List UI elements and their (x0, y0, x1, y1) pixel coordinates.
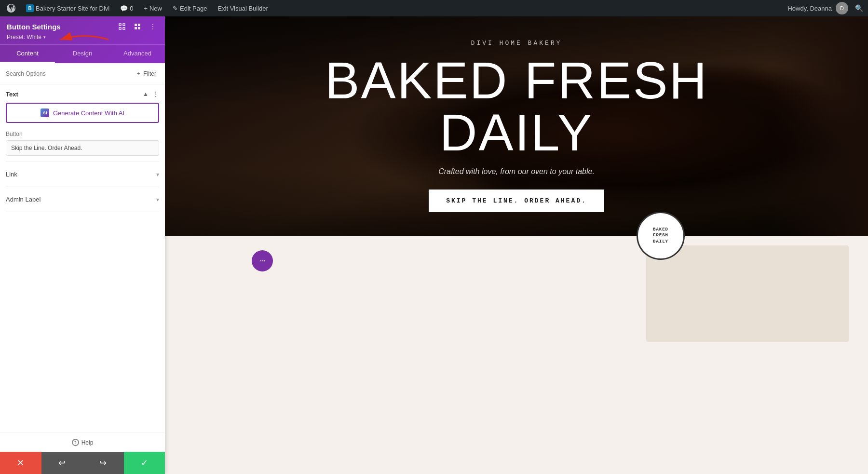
ai-icon: AI (41, 108, 49, 117)
help-link[interactable]: ? Help (6, 439, 159, 446)
divider-1 (6, 162, 159, 162)
edit-icon: ✎ (173, 5, 178, 12)
hero-subtitle: Crafted with love, from our oven to your… (325, 167, 708, 176)
edit-page-label: Edit Page (180, 5, 207, 12)
svg-rect-6 (138, 24, 140, 26)
tab-design[interactable]: Design (55, 45, 110, 63)
search-input[interactable] (6, 70, 129, 77)
purple-action-button[interactable]: ··· (252, 250, 273, 271)
preset-caret-icon: ▾ (43, 35, 46, 40)
exit-vb-link[interactable]: Exit Visual Builder (214, 0, 272, 16)
preset-label: Preset: White (7, 34, 41, 41)
button-field-label: Button (6, 131, 159, 137)
cancel-button[interactable]: ✕ (0, 452, 41, 474)
preset-selector[interactable]: Preset: White ▾ (7, 34, 158, 41)
wordpress-logo[interactable] (5, 2, 17, 14)
redo-button[interactable]: ↪ (82, 452, 124, 474)
panel-content: Text ▲ ⋮ AI Generate Content With AI But… (0, 84, 165, 433)
text-section-menu-icon[interactable]: ⋮ (152, 90, 159, 98)
hero-title-line1: BAKED FRESH (325, 54, 708, 107)
undo-icon: ↩ (58, 458, 66, 468)
save-icon: ✓ (141, 458, 148, 468)
new-item-link[interactable]: + New (140, 0, 166, 16)
text-section-controls: ▲ ⋮ (143, 90, 159, 98)
tab-content[interactable]: Content (0, 45, 55, 63)
panel-header: Button Settings (0, 16, 165, 44)
link-section-header[interactable]: Link ▾ (6, 168, 159, 181)
help-circle-icon: ? (72, 439, 79, 446)
link-section-title: Link (6, 171, 17, 178)
hero-section: DIVI HOME BAKERY BAKED FRESH DAILY Craft… (165, 16, 868, 236)
focus-mode-icon[interactable] (117, 21, 127, 32)
search-icon[interactable]: 🔍 (855, 4, 863, 12)
text-section-header: Text ▲ ⋮ (6, 90, 159, 98)
ai-generate-button[interactable]: AI Generate Content With AI (6, 103, 159, 123)
help-label: Help (81, 439, 94, 446)
hero-cta-label: SKIP THE LINE. ORDER AHEAD. (446, 197, 587, 204)
hero-title-line2: DAILY (325, 107, 708, 159)
tab-advanced[interactable]: Advanced (110, 45, 165, 63)
site-name-link[interactable]: B Bakery Starter Site for Divi (22, 0, 113, 16)
edit-page-link[interactable]: ✎ Edit Page (169, 0, 211, 16)
undo-button[interactable]: ↩ (41, 452, 83, 474)
plus-icon: + (144, 5, 148, 12)
svg-rect-5 (135, 24, 137, 26)
button-section: Button (6, 131, 159, 156)
button-text-input[interactable] (6, 140, 159, 156)
comments-count: 0 (130, 5, 133, 12)
text-section: Text ▲ ⋮ AI Generate Content With AI (6, 90, 159, 123)
cancel-icon: ✕ (17, 458, 24, 468)
exit-vb-label: Exit Visual Builder (217, 5, 268, 12)
admin-label-chevron-icon: ▾ (156, 196, 159, 203)
svg-rect-4 (123, 27, 125, 29)
ai-generate-label: Generate Content With AI (53, 109, 124, 117)
search-bar: ＋ Filter (0, 63, 165, 84)
link-chevron-icon: ▾ (156, 171, 159, 178)
bottom-toolbar: ✕ ↩ ↪ ✓ (0, 452, 165, 474)
wp-admin-bar: B Bakery Starter Site for Divi 💬 0 + New… (0, 0, 868, 16)
panel-title: Button Settings (7, 23, 61, 31)
admin-label-header[interactable]: Admin Label ▾ (6, 193, 159, 206)
panel-header-icons: ⋮ (117, 21, 158, 32)
save-button[interactable]: ✓ (124, 452, 165, 474)
svg-rect-1 (119, 24, 121, 26)
text-section-title: Text (6, 91, 18, 98)
hero-title: BAKED FRESH DAILY (325, 54, 708, 159)
redo-icon: ↪ (99, 458, 107, 468)
hero-site-name: DIVI HOME BAKERY (325, 40, 708, 47)
below-hero-section: BAKED FRESH DAILY ··· (165, 236, 868, 474)
stamp-text: BAKED FRESH DAILY (653, 227, 668, 245)
three-dots-icon: ··· (259, 256, 265, 266)
admin-label-title: Admin Label (6, 196, 41, 203)
new-label: New (149, 5, 162, 12)
grid-view-icon[interactable] (132, 21, 143, 32)
user-avatar[interactable]: D (836, 2, 848, 14)
panel-tabs: Content Design Advanced (0, 44, 165, 63)
filter-label: Filter (143, 70, 156, 77)
comment-bubble-icon: 💬 (120, 5, 128, 12)
svg-rect-8 (138, 27, 140, 29)
link-section: Link ▾ (6, 168, 159, 187)
site-favicon: B (26, 4, 34, 12)
site-name-text: Bakery Starter Site for Divi (36, 5, 109, 12)
more-options-icon[interactable]: ⋮ (148, 21, 158, 32)
content-card (646, 245, 849, 342)
comments-link[interactable]: 💬 0 (116, 0, 137, 16)
filter-button[interactable]: ＋ Filter (133, 68, 159, 79)
left-panel: Button Settings (0, 16, 165, 474)
svg-rect-7 (135, 27, 137, 29)
website-preview: DIVI HOME BAKERY BAKED FRESH DAILY Craft… (165, 16, 868, 474)
help-section: ? Help (0, 433, 165, 452)
text-section-collapse-icon[interactable]: ▲ (143, 91, 149, 97)
svg-rect-2 (123, 24, 125, 26)
filter-plus-icon: ＋ (136, 69, 141, 78)
svg-rect-3 (119, 27, 121, 29)
admin-bar-right: Howdy, Deanna D 🔍 (787, 2, 863, 14)
bakery-stamp: BAKED FRESH DAILY (637, 212, 685, 260)
hero-content: DIVI HOME BAKERY BAKED FRESH DAILY Craft… (315, 30, 718, 222)
admin-label-section: Admin Label ▾ (6, 193, 159, 212)
hero-cta-button[interactable]: SKIP THE LINE. ORDER AHEAD. (429, 190, 604, 212)
side-dark-overlay (772, 16, 868, 236)
main-area: Button Settings (0, 16, 868, 474)
howdy-text: Howdy, Deanna (787, 5, 832, 12)
